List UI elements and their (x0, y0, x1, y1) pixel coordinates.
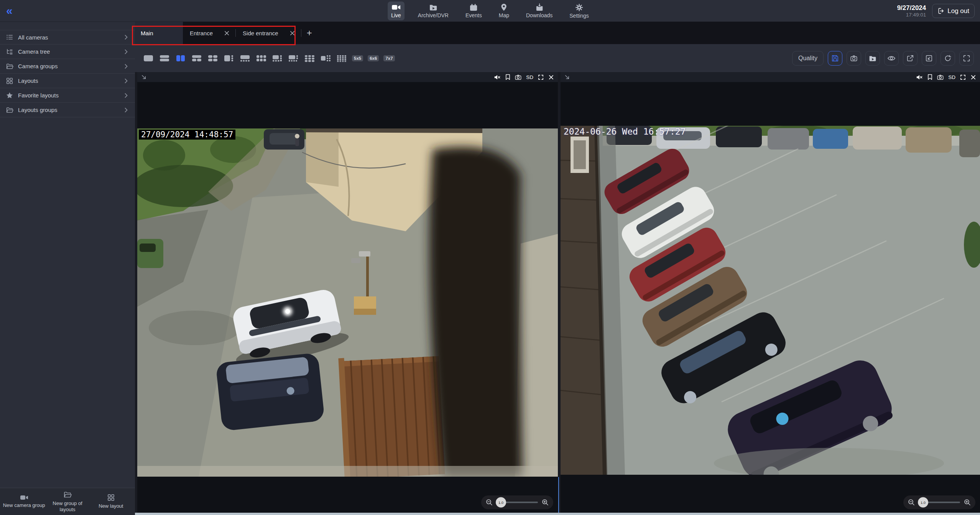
tile-close-icon[interactable] (548, 74, 554, 80)
tile-close-icon[interactable] (970, 74, 976, 80)
logout-label: Log out (947, 7, 969, 15)
layout-1-plus-4-button[interactable] (239, 54, 251, 63)
tab-close-icon[interactable] (223, 30, 231, 36)
sidebar-item-label: Camera tree (18, 48, 123, 55)
resize-arrow-icon[interactable] (141, 74, 147, 80)
layout-2-rows-button[interactable] (159, 54, 170, 63)
sidebar-item-camera-groups[interactable]: Camera groups (0, 59, 135, 74)
export-button[interactable] (903, 51, 918, 66)
tab-side-entrance[interactable]: Side entrance (236, 22, 301, 44)
new-camera-group-button[interactable]: New camera group (3, 494, 46, 508)
resize-arrow-icon[interactable] (564, 74, 570, 80)
nav-label: Settings (569, 13, 589, 19)
tile-divider (558, 477, 559, 513)
nav-map[interactable]: Map (495, 2, 513, 20)
layout-2x2-button[interactable] (207, 54, 219, 63)
zoom-slider[interactable]: 1.0 (497, 502, 538, 503)
layout-3x3-button[interactable] (304, 54, 315, 63)
layout-1-plus-3-button[interactable] (223, 54, 235, 63)
layout-2-columns-button[interactable] (175, 54, 186, 63)
layout-1x1-button[interactable] (143, 54, 154, 63)
datetime: 9/27/2024 17:49:01 (897, 4, 926, 18)
layout-1-plus-2-button[interactable] (191, 54, 202, 63)
layout-1-plus-7-button[interactable] (288, 54, 299, 63)
zoom-slider[interactable]: 1.0 (919, 502, 960, 503)
fence (338, 353, 445, 477)
footer-button-label: New camera group (3, 502, 45, 508)
star-icon (6, 92, 13, 99)
zoom-control: 1.0 (481, 495, 553, 509)
logout-button[interactable]: Log out (932, 4, 975, 18)
calendar-icon (469, 3, 478, 11)
footer-button-label: New layout (99, 503, 123, 509)
pip-button[interactable] (922, 51, 936, 66)
sidebar-item-label: Layouts (18, 77, 123, 84)
camera-icon (850, 54, 858, 62)
camera-video-side-entrance[interactable]: 2024-06-26 Wed 16:57:27 (561, 126, 980, 475)
sidebar-item-label: Favorite layouts (18, 92, 123, 99)
zoom-out-icon[interactable] (486, 499, 493, 506)
sidebar-item-layouts-groups[interactable]: Layouts groups (0, 103, 135, 117)
snapshot-icon[interactable] (515, 74, 521, 80)
zoom-in-icon[interactable] (964, 499, 971, 506)
nav-events[interactable]: Events (462, 2, 485, 20)
camera-video-entrance[interactable]: 27/09/2024 14:48:57 (137, 128, 558, 477)
save-layout-button[interactable] (828, 51, 842, 66)
sidebar-item-layouts[interactable]: Layouts (0, 74, 135, 88)
eye-button[interactable] (884, 51, 899, 66)
sidebar-item-favorite-layouts[interactable]: Favorite layouts (0, 88, 135, 103)
nav-settings[interactable]: Settings (566, 2, 592, 21)
layout-5x5-button[interactable]: 5x5 (352, 55, 363, 61)
quality-button[interactable]: Quality (792, 51, 824, 66)
fullscreen-button[interactable] (959, 51, 974, 66)
side-entrance-scene-image (561, 126, 980, 475)
layout-6x6-button[interactable]: 6x6 (368, 55, 379, 61)
tab-main[interactable]: Main (135, 22, 183, 44)
zoom-in-icon[interactable] (542, 499, 549, 506)
bookmark-icon[interactable] (505, 74, 510, 80)
sidebar-collapse-icon[interactable]: « (6, 5, 11, 16)
folder-icon (6, 63, 13, 70)
nav-archive-dvr[interactable]: Archive/DVR (414, 2, 452, 20)
tab-close-icon[interactable] (288, 30, 296, 36)
layout-1-plus-5-button[interactable] (271, 54, 283, 63)
zoom-slider-handle[interactable]: 1.0 (496, 497, 506, 508)
sidebar-item-camera-tree[interactable]: Camera tree (0, 44, 135, 59)
tree-icon (6, 48, 13, 56)
refresh-button[interactable] (941, 51, 955, 66)
zoom-slider-handle[interactable]: 1.0 (918, 497, 928, 508)
snapshot-button[interactable] (847, 51, 861, 66)
layout-toolbar: 5x5 6x6 7x7 Quality (135, 44, 980, 72)
bookmark-icon[interactable] (927, 74, 932, 80)
open-archive-button[interactable] (865, 51, 880, 66)
new-layout-button[interactable]: New layout (89, 494, 132, 509)
add-tab-button[interactable]: + (301, 29, 317, 37)
new-group-of-layouts-button[interactable]: New group of layouts (46, 490, 89, 513)
tab-entrance[interactable]: Entrance (183, 22, 235, 44)
tile-fullscreen-icon[interactable] (960, 74, 966, 80)
tab-label: Main (141, 30, 153, 36)
snapshot-icon[interactable] (937, 74, 944, 80)
refresh-icon (944, 54, 952, 62)
layout-1-plus-8-button[interactable] (320, 54, 331, 63)
nav-label: Map (499, 12, 509, 18)
camera-tile-side-entrance[interactable]: SD (561, 72, 980, 513)
nav-live[interactable]: Live (388, 2, 404, 20)
nav-label: Downloads (526, 12, 552, 18)
zoom-out-icon[interactable] (908, 499, 915, 506)
sidebar-item-all-cameras[interactable]: All cameras (0, 30, 135, 44)
mute-icon[interactable] (494, 74, 501, 80)
layout-7x7-button[interactable]: 7x7 (383, 55, 395, 61)
sd-quality-toggle[interactable]: SD (526, 74, 533, 80)
mute-icon[interactable] (916, 74, 923, 80)
tile-fullscreen-icon[interactable] (538, 74, 544, 80)
sidebar-item-label: Layouts groups (18, 107, 123, 113)
nav-downloads[interactable]: Downloads (523, 2, 556, 20)
folder-icon (6, 106, 13, 114)
tile-header: SD (137, 72, 558, 82)
sd-quality-toggle[interactable]: SD (948, 74, 955, 80)
camera-tile-entrance[interactable]: SD (137, 72, 558, 513)
layout-4x4-button[interactable] (336, 54, 347, 63)
layout-3x2-button[interactable] (255, 54, 267, 63)
fullscreen-icon (963, 54, 970, 62)
